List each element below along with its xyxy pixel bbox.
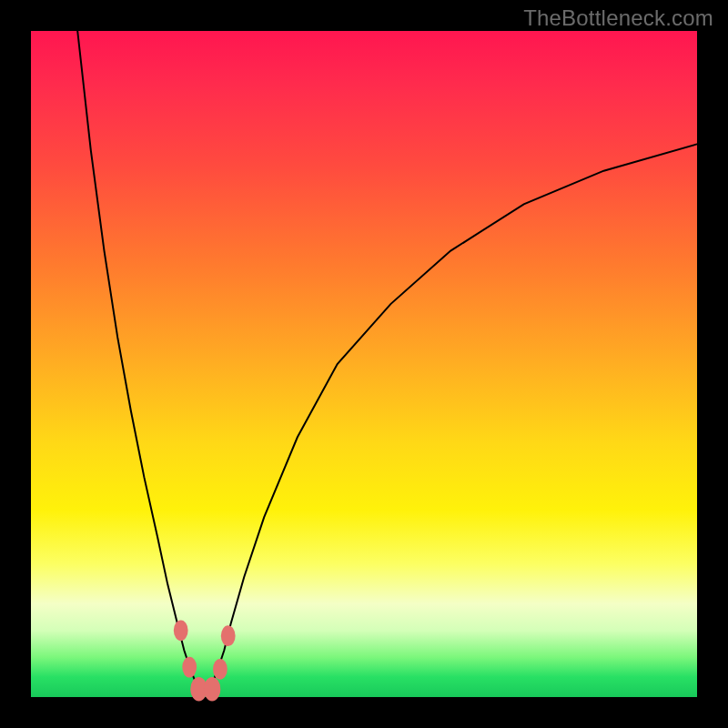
- watermark-text: TheBottleneck.com: [523, 5, 713, 31]
- marker-dot: [213, 659, 228, 680]
- plot-area: [31, 31, 697, 697]
- curve-markers: [174, 620, 236, 701]
- curve-left-path: [77, 31, 204, 693]
- marker-dot: [204, 677, 220, 702]
- marker-dot: [182, 657, 197, 678]
- curve-right-path: [204, 144, 697, 693]
- outer-frame: TheBottleneck.com: [0, 0, 728, 728]
- marker-dot: [221, 625, 236, 646]
- bottleneck-curve: [31, 31, 697, 697]
- marker-dot: [174, 620, 188, 641]
